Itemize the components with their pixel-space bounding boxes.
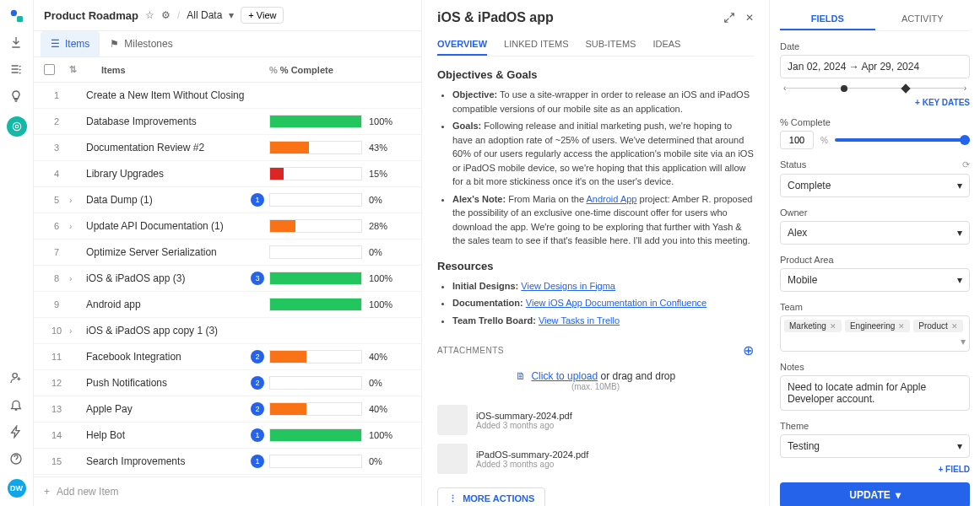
expand-icon[interactable]: › bbox=[69, 274, 83, 283]
app-logo[interactable] bbox=[9, 8, 24, 24]
chevron-down-icon: ▾ bbox=[957, 227, 962, 239]
remove-chip-icon[interactable]: ✕ bbox=[898, 322, 905, 331]
table-row[interactable]: 3 Documentation Review #2 43% bbox=[34, 135, 421, 161]
attachment-date: Added 3 months ago bbox=[476, 421, 572, 430]
item-name: Optimize Server Serialization bbox=[83, 246, 269, 258]
col-items[interactable]: Items bbox=[86, 65, 269, 75]
theme-select[interactable]: Testing▾ bbox=[780, 434, 970, 458]
attachment-item[interactable]: iOS-summary-2024.pdfAdded 3 months ago bbox=[437, 405, 754, 435]
add-attachment-icon[interactable]: ⊕ bbox=[743, 342, 755, 358]
table-row[interactable]: 12 Push Notifications 2 0% bbox=[34, 370, 421, 396]
objective-bullet: Objective: To use a site-wrapper in orde… bbox=[452, 88, 754, 116]
add-field-link[interactable]: + FIELD bbox=[780, 465, 970, 474]
star-icon[interactable]: ☆ bbox=[145, 9, 154, 21]
expand-icon[interactable]: › bbox=[69, 326, 83, 336]
fields-tabs: FIELDS ACTIVITY bbox=[780, 8, 970, 31]
table-row[interactable]: 15 Search Improvements 1 0% bbox=[34, 449, 421, 475]
row-number: 13 bbox=[44, 404, 69, 414]
timeline-mini[interactable]: ‹ › bbox=[780, 83, 970, 93]
table-row[interactable]: 4 Library Upgrades 15% bbox=[34, 161, 421, 187]
detail-title: iOS & iPadOS app bbox=[437, 10, 554, 25]
col-pct[interactable]: % Complete bbox=[280, 65, 333, 75]
attachment-item[interactable]: iPadOS-summary-2024.pdfAdded 3 months ag… bbox=[437, 444, 754, 474]
list-icon[interactable] bbox=[9, 62, 24, 78]
notes-field[interactable]: Need to locate admin for Apple Developer… bbox=[780, 375, 970, 411]
chevron-right-icon[interactable]: › bbox=[964, 83, 966, 93]
close-icon[interactable]: ✕ bbox=[745, 12, 754, 24]
expand-icon[interactable] bbox=[723, 12, 735, 24]
download-icon[interactable] bbox=[9, 35, 24, 51]
chevron-down-icon[interactable]: ▾ bbox=[229, 9, 234, 21]
view-name[interactable]: All Data bbox=[187, 9, 222, 21]
refresh-icon[interactable]: ⟳ bbox=[962, 159, 970, 170]
slider-thumb[interactable] bbox=[960, 135, 970, 145]
more-actions-button[interactable]: ⋮ MORE ACTIONS bbox=[437, 487, 545, 506]
bolt-icon[interactable] bbox=[9, 425, 24, 440]
add-view-button[interactable]: + View bbox=[241, 7, 284, 24]
table-row[interactable]: 2 Database Improvements 100% bbox=[34, 109, 421, 135]
lightbulb-icon[interactable] bbox=[9, 89, 24, 105]
remove-chip-icon[interactable]: ✕ bbox=[830, 322, 837, 331]
table-row[interactable]: 9 Android app 100% bbox=[34, 292, 421, 318]
upload-link[interactable]: Click to upload bbox=[531, 370, 598, 382]
user-add-icon[interactable] bbox=[9, 371, 24, 386]
detail-panel: iOS & iPadOS app ✕ OVERVIEW LINKED ITEMS… bbox=[422, 0, 980, 506]
row-number: 15 bbox=[44, 456, 69, 466]
row-number: 12 bbox=[44, 378, 69, 388]
tab-activity[interactable]: ACTIVITY bbox=[875, 8, 971, 30]
trello-link[interactable]: View Tasks in Trello bbox=[539, 315, 620, 326]
sort-icon[interactable]: ⇅ bbox=[69, 64, 86, 75]
table-row[interactable]: 6 › Update API Documentation (1) 28% bbox=[34, 213, 421, 240]
item-name: Search Improvements bbox=[83, 455, 251, 467]
help-icon[interactable] bbox=[9, 452, 24, 467]
detail-overview: iOS & iPadOS app ✕ OVERVIEW LINKED ITEMS… bbox=[422, 0, 769, 506]
table-row[interactable]: 14 Help Bot 1 100% bbox=[34, 423, 421, 449]
tab-milestones[interactable]: ⚑Milestones bbox=[100, 31, 182, 57]
tab-sub-items[interactable]: SUB-ITEMS bbox=[586, 34, 636, 56]
select-all-checkbox[interactable] bbox=[44, 64, 55, 75]
expand-icon[interactable]: › bbox=[69, 196, 83, 205]
pct-slider[interactable] bbox=[835, 138, 970, 142]
area-select[interactable]: Mobile▾ bbox=[780, 268, 970, 292]
target-icon[interactable] bbox=[7, 116, 27, 137]
table-row[interactable]: 10 › iOS & iPadOS app copy 1 (3) bbox=[34, 318, 421, 344]
add-new-item-row[interactable]: + Add new Item bbox=[34, 476, 421, 506]
tab-fields[interactable]: FIELDS bbox=[780, 8, 875, 30]
pct-input[interactable] bbox=[780, 131, 814, 149]
progress-bar bbox=[269, 245, 362, 259]
attachment-thumb bbox=[437, 405, 468, 435]
upload-limit: (max. 10MB) bbox=[437, 382, 754, 391]
table-row[interactable]: 13 Apple Pay 2 40% bbox=[34, 396, 421, 423]
bell-icon[interactable] bbox=[9, 398, 24, 413]
remove-chip-icon[interactable]: ✕ bbox=[951, 322, 958, 331]
add-key-dates-link[interactable]: + KEY DATES bbox=[780, 98, 970, 107]
flag-icon: ⚑ bbox=[110, 38, 119, 50]
table-row[interactable]: 1 Create a New Item Without Closing bbox=[34, 83, 421, 109]
item-name: Facebook Integration bbox=[83, 351, 251, 363]
owner-select[interactable]: Alex▾ bbox=[780, 221, 970, 245]
upload-dropzone[interactable]: 🗎 Click to upload or drag and drop (max.… bbox=[437, 358, 754, 396]
user-avatar[interactable]: DW bbox=[8, 479, 26, 498]
tab-ideas[interactable]: IDEAS bbox=[652, 34, 680, 56]
date-field[interactable]: Jan 02, 2024 → Apr 29, 2024 bbox=[780, 55, 970, 78]
gear-icon[interactable]: ⚙ bbox=[161, 9, 171, 21]
tab-items[interactable]: ☰Items bbox=[41, 31, 100, 57]
item-name: iOS & iPadOS app copy 1 (3) bbox=[83, 325, 269, 336]
team-select[interactable]: Marketing✕ Engineering✕ Product✕ ▾ bbox=[780, 315, 970, 352]
status-select[interactable]: Complete▾ bbox=[780, 174, 970, 197]
confluence-link[interactable]: View iOS App Documentation in Confluence bbox=[526, 298, 707, 308]
update-button[interactable]: UPDATE▾ bbox=[780, 482, 970, 506]
table-row[interactable]: 8 › iOS & iPadOS app (3) 3 100% bbox=[34, 266, 421, 292]
item-name: iOS & iPadOS app (3) bbox=[83, 272, 251, 284]
table-row[interactable]: 5 › Data Dump (1) 1 0% bbox=[34, 187, 421, 213]
figma-link[interactable]: View Designs in Figma bbox=[521, 281, 615, 291]
expand-icon[interactable]: › bbox=[69, 222, 83, 231]
table-row[interactable]: 7 Optimize Server Serialization 0% bbox=[34, 240, 421, 266]
android-app-link[interactable]: Android App bbox=[587, 194, 637, 204]
tab-linked-items[interactable]: LINKED ITEMS bbox=[504, 34, 568, 56]
table-row[interactable]: 11 Facebook Integration 2 40% bbox=[34, 344, 421, 370]
svg-point-2 bbox=[13, 122, 20, 130]
progress-bar bbox=[269, 272, 362, 285]
team-chip: Engineering✕ bbox=[845, 320, 910, 332]
tab-overview[interactable]: OVERVIEW bbox=[437, 34, 487, 56]
